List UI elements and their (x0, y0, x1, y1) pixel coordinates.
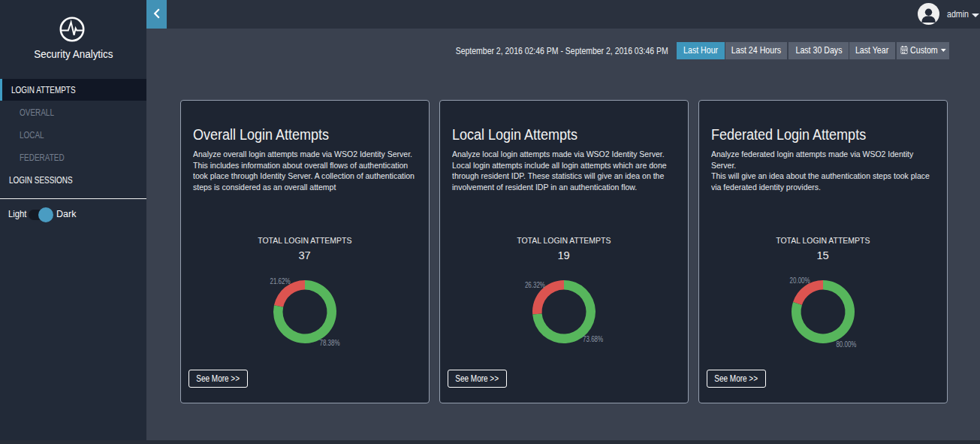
svg-text:78.38%: 78.38% (320, 339, 340, 347)
svg-text:20.00%: 20.00% (790, 276, 810, 285)
svg-text:21.62%: 21.62% (270, 277, 291, 285)
svg-text:80.00%: 80.00% (836, 340, 856, 349)
svg-text:26.32%: 26.32% (525, 281, 545, 289)
svg-text:73.68%: 73.68% (583, 335, 603, 343)
